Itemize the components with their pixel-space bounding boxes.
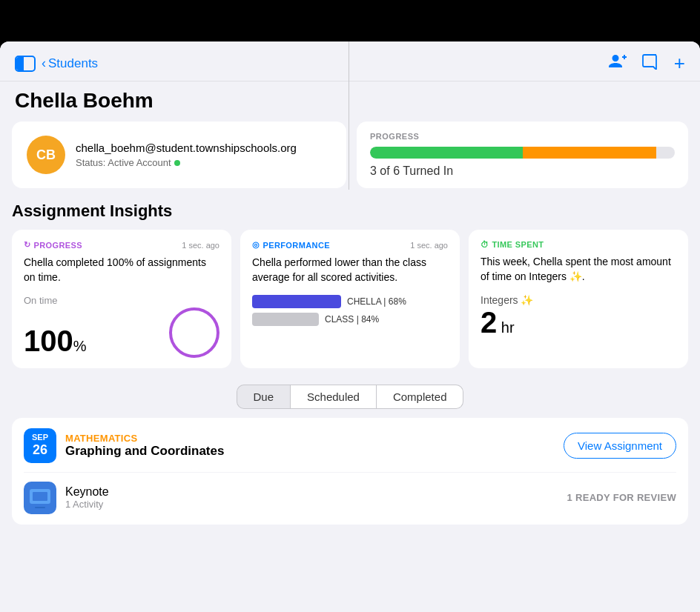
on-time-label: On time: [24, 295, 219, 306]
tab-bar: Due Scheduled Completed: [0, 379, 700, 418]
svg-rect-3: [35, 507, 45, 508]
progress-description: Chella completed 100% of assignments on …: [24, 256, 219, 285]
assignment-month: SEP: [31, 433, 49, 442]
time-description: This week, Chella spent the most amount …: [481, 255, 676, 284]
assignment-subject: MATHEMATICS: [65, 433, 564, 444]
progress-bar-orange: [523, 147, 657, 159]
page-title: Chella Boehm: [0, 82, 700, 122]
profile-info: chella_boehm@student.townshipschools.org…: [76, 142, 297, 168]
insight-header-progress: ↻ PROGRESS 1 sec. ago: [24, 240, 219, 250]
progress-section-label: PROGRESS: [370, 132, 675, 141]
class-bar: [252, 313, 319, 326]
progress-icon: ↻: [24, 240, 30, 250]
back-label: Students: [48, 56, 98, 71]
on-time-unit: %: [73, 338, 87, 354]
insight-card-progress: ↻ PROGRESS 1 sec. ago Chella completed 1…: [12, 230, 231, 368]
panel-divider: [349, 41, 349, 190]
header-left: ‹ Students: [15, 56, 98, 72]
assignment-date-badge: SEP 26: [24, 428, 56, 463]
progress-timestamp: 1 sec. ago: [182, 241, 219, 250]
assignment-meta: MATHEMATICS Graphing and Coordinates: [56, 433, 564, 459]
active-status-dot: [174, 160, 180, 166]
header: ‹ Students +: [0, 41, 700, 82]
insight-header-performance: ◎ PERFORMANCE 1 sec. ago: [252, 240, 448, 250]
insights-title: Assignment Insights: [0, 199, 700, 230]
tab-scheduled[interactable]: Scheduled: [290, 385, 377, 409]
view-assignment-button[interactable]: View Assignment: [564, 433, 676, 459]
progress-bar-green: [370, 147, 523, 159]
tab-due[interactable]: Due: [237, 385, 291, 409]
time-subject: Integers ✨: [481, 294, 676, 306]
performance-bars: CHELLA | 68% CLASS | 84%: [252, 295, 448, 326]
avatar: CB: [27, 136, 65, 174]
on-time-value: 100: [24, 325, 73, 357]
insight-card-performance: ◎ PERFORMANCE 1 sec. ago Chella performe…: [240, 230, 460, 368]
profile-card: CB chella_boehm@student.townshipschools.…: [12, 122, 346, 188]
status-label: Status: Active Account: [76, 157, 171, 168]
performance-icon: ◎: [252, 240, 260, 250]
message-icon[interactable]: [641, 53, 659, 74]
add-icon[interactable]: +: [674, 52, 685, 75]
progress-summary: 3 of 6 Turned In: [370, 164, 675, 178]
class-bar-row: CLASS | 84%: [252, 313, 448, 326]
progress-bar: [370, 147, 675, 159]
time-icon: ⏱: [481, 240, 489, 249]
progress-badge: ↻ PROGRESS: [24, 240, 82, 250]
performance-badge: ◎ PERFORMANCE: [252, 240, 330, 250]
class-bar-label: CLASS | 84%: [325, 314, 379, 325]
progress-card: PROGRESS 3 of 6 Turned In: [357, 122, 688, 188]
header-right: +: [609, 52, 685, 75]
svg-rect-1: [33, 492, 47, 501]
assignment-item-name: Keynote: [65, 485, 109, 499]
ready-badge: 1 READY FOR REVIEW: [567, 492, 676, 503]
chella-bar: [252, 295, 341, 308]
tab-completed[interactable]: Completed: [377, 385, 464, 409]
assignment-header: SEP 26 MATHEMATICS Graphing and Coordina…: [24, 428, 676, 463]
person-add-icon[interactable]: [609, 53, 627, 74]
performance-timestamp: 1 sec. ago: [410, 241, 448, 250]
assignment-name: Graphing and Coordinates: [65, 444, 564, 459]
assignment-day: 26: [31, 442, 49, 459]
progress-badge-label: PROGRESS: [33, 241, 82, 250]
performance-description: Chella performed lower than the class av…: [252, 256, 448, 285]
chella-bar-row: CHELLA | 68%: [252, 295, 448, 308]
assignment-item: Keynote 1 Activity 1 READY FOR REVIEW: [24, 472, 676, 514]
time-badge: ⏱ TIME SPENT: [481, 240, 544, 249]
performance-badge-label: PERFORMANCE: [262, 241, 330, 250]
profile-email: chella_boehm@student.townshipschools.org: [76, 142, 297, 154]
assignment-item-info: Keynote 1 Activity: [65, 485, 109, 510]
chella-bar-label: CHELLA | 68%: [347, 296, 406, 307]
top-section: CB chella_boehm@student.townshipschools.…: [0, 122, 700, 199]
time-unit: hr: [497, 319, 514, 336]
back-button[interactable]: ‹ Students: [42, 56, 98, 71]
time-value: 2: [481, 306, 497, 339]
time-badge-label: TIME SPENT: [492, 240, 544, 249]
insights-cards: ↻ PROGRESS 1 sec. ago Chella completed 1…: [0, 230, 700, 379]
chevron-left-icon: ‹: [42, 56, 46, 71]
profile-status: Status: Active Account: [76, 157, 297, 168]
assignment-section: SEP 26 MATHEMATICS Graphing and Coordina…: [12, 418, 688, 525]
insight-header-time: ⏱ TIME SPENT: [481, 240, 676, 249]
progress-circle: [169, 307, 219, 358]
assignment-item-left: Keynote 1 Activity: [24, 482, 109, 514]
assignment-item-sub: 1 Activity: [65, 499, 109, 510]
sidebar-toggle-button[interactable]: [15, 56, 36, 72]
insight-card-time: ⏱ TIME SPENT This week, Chella spent the…: [469, 230, 688, 368]
keynote-icon: [24, 482, 56, 514]
